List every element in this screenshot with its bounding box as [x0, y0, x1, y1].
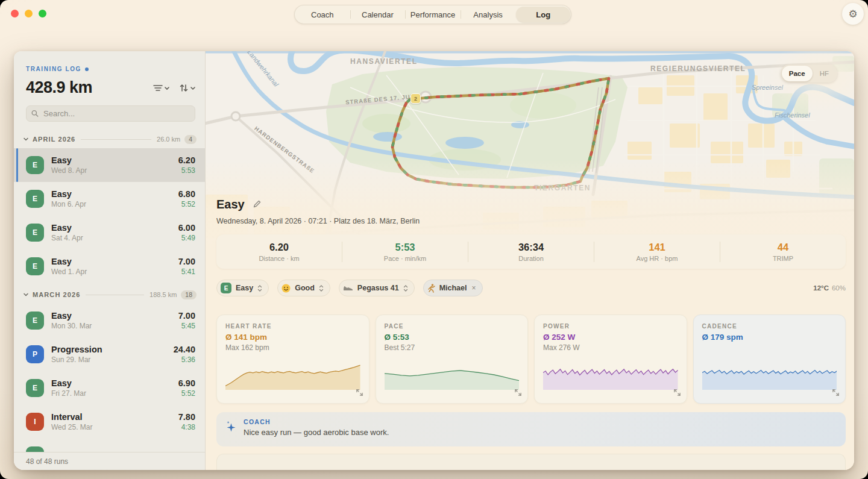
- run-item-date: Wed 25. Mar: [51, 423, 171, 431]
- run-item-title: Easy: [51, 223, 171, 233]
- run-list-item[interactable]: EEasyFri 27. Mar6.905:52: [14, 371, 205, 405]
- smiley-icon: [281, 284, 291, 293]
- card-sub-value: Best 5:27: [385, 343, 520, 352]
- coach-label: COACH: [244, 418, 389, 425]
- stat-label: TRIMP: [773, 255, 793, 262]
- run-item-date: Fri 27. Mar: [51, 389, 171, 398]
- tag-label: Easy: [236, 284, 253, 292]
- expand-icon: [515, 389, 521, 396]
- search-input[interactable]: [42, 108, 190, 119]
- run-list: APRIL 202626.0 km4EEasyWed 8. Apr6.205:5…: [14, 128, 205, 470]
- run-list-item[interactable]: PProgressionSun 29. Mar24.405:36: [14, 337, 205, 371]
- run-type-badge: E: [26, 379, 44, 397]
- sidebar-title: TRAINING LOG: [26, 66, 81, 72]
- map-toggle-hf[interactable]: HF: [813, 66, 836, 81]
- stat-cell: 44TRIMP: [720, 242, 846, 262]
- stat-value: 36:34: [518, 242, 544, 253]
- map-label: HANSAVIERTEL: [350, 57, 418, 66]
- stat-value: 6.20: [269, 242, 289, 253]
- run-item-date: Wed 8. Apr: [51, 166, 171, 175]
- edit-title-button[interactable]: [253, 199, 261, 210]
- humidity: 60%: [832, 284, 846, 292]
- close-window-icon[interactable]: [11, 10, 19, 17]
- sort-button[interactable]: [179, 84, 195, 92]
- stat-cell: 141Avg HR · bpm: [594, 242, 720, 262]
- status-dot-icon: [85, 67, 89, 71]
- tab-analysis[interactable]: Analysis: [461, 7, 515, 22]
- tag-michael[interactable]: Michael×: [423, 280, 483, 296]
- km-marker-number: 2: [414, 96, 417, 102]
- run-item-date: Sat 4. Apr: [51, 234, 171, 242]
- expand-chart-button[interactable]: [515, 387, 521, 398]
- tag-good[interactable]: Good: [277, 280, 330, 296]
- metric-card-pace: PACEØ 5:53Best 5:27: [376, 315, 529, 404]
- tab-performance[interactable]: Performance: [406, 7, 460, 22]
- expand-chart-button[interactable]: [674, 387, 681, 398]
- run-list-item[interactable]: EEasyWed 1. Apr7.005:41: [14, 249, 205, 283]
- map-toggle-pace[interactable]: Pace: [782, 66, 813, 81]
- tag-pegasus-41[interactable]: Pegasus 41: [339, 280, 415, 296]
- stat-label: Avg HR · bpm: [637, 255, 678, 262]
- search-icon: [31, 110, 39, 117]
- run-item-pace: 4:38: [181, 423, 195, 431]
- month-label: APRIL 2026: [33, 136, 75, 143]
- run-list-item[interactable]: IIntervalWed 25. Mar7.804:38: [14, 405, 205, 439]
- screen: CoachCalendarPerformanceAnalysisLog ⚙ TR…: [0, 0, 868, 479]
- stat-value: 44: [778, 242, 788, 253]
- expand-chart-button[interactable]: [832, 387, 839, 398]
- gear-icon: ⚙: [848, 8, 857, 20]
- run-list-item[interactable]: EEasySat 4. Apr6.005:49: [14, 216, 205, 249]
- coach-text: Nice easy run — good aerobic base work.: [244, 428, 389, 437]
- app-window: TRAINING LOG 428.9 km: [14, 51, 854, 470]
- map-metric-toggle: Pace HF: [781, 64, 837, 83]
- search-field[interactable]: [26, 105, 195, 122]
- map-label: TIERGARTEN: [534, 184, 591, 192]
- run-subtitle: Wednesday, 8. April 2026 · 07:21 · Platz…: [216, 217, 846, 225]
- filter-button[interactable]: [153, 84, 169, 92]
- month-distance: 188.5 km: [149, 291, 177, 298]
- divider: [81, 139, 151, 140]
- chevron-down-icon: [24, 292, 28, 297]
- run-item-pace: 5:52: [181, 200, 195, 208]
- run-item-date: Sun 29. Mar: [51, 355, 166, 364]
- run-list-item[interactable]: EEasyMon 6. Apr6.805:52: [14, 182, 205, 216]
- run-count-text: 48 of 48 runs: [26, 457, 68, 466]
- month-section-header[interactable]: MARCH 2026188.5 km18: [14, 286, 205, 304]
- run-item-pace: 5:53: [181, 166, 195, 175]
- remove-tag-icon[interactable]: ×: [472, 284, 476, 292]
- temperature: 12°C: [813, 284, 829, 292]
- stat-value: 141: [649, 242, 665, 253]
- run-list-item[interactable]: EEasyMon 30. Mar7.005:45: [14, 304, 205, 337]
- run-item-title: Easy: [51, 378, 171, 388]
- minimize-window-icon[interactable]: [25, 10, 33, 17]
- month-section-header[interactable]: APRIL 202626.0 km4: [14, 130, 205, 148]
- main-nav-tabs: CoachCalendarPerformanceAnalysisLog: [294, 5, 571, 24]
- pencil-icon: [253, 200, 261, 208]
- tab-log[interactable]: Log: [516, 7, 570, 22]
- run-item-pace: 5:49: [181, 234, 195, 242]
- coach-card: COACH Nice easy run — good aerobic base …: [216, 412, 846, 446]
- tag-label: Good: [295, 284, 315, 292]
- run-type-badge: E: [26, 224, 44, 242]
- chevron-down-icon: [24, 137, 28, 142]
- month-distance: 26.0 km: [157, 136, 180, 143]
- tags-row: EEasyGoodPegasus 41Michael×12°C60%: [216, 280, 846, 296]
- sidebar: TRAINING LOG 428.9 km: [14, 51, 206, 470]
- run-item-distance: 6.00: [178, 223, 195, 233]
- tab-coach[interactable]: Coach: [295, 7, 350, 22]
- easy-type-badge-icon: E: [221, 283, 231, 293]
- expand-icon: [356, 389, 363, 396]
- sparkline-chart: [225, 358, 360, 390]
- zoom-window-icon[interactable]: [39, 10, 46, 17]
- run-item-date: Mon 6. Apr: [51, 200, 171, 208]
- run-list-item[interactable]: EEasyWed 8. Apr6.205:53: [14, 148, 205, 182]
- tag-easy[interactable]: EEasy: [216, 280, 269, 296]
- run-detail-pane: HANSAVIERTELREGIERUNGSVIERTELTIERGARTENS…: [206, 51, 854, 470]
- tab-calendar[interactable]: Calendar: [351, 7, 405, 22]
- card-avg-value: Ø 5:53: [385, 333, 520, 342]
- settings-button[interactable]: ⚙: [842, 3, 864, 25]
- sparkline-chart: [702, 358, 837, 390]
- month-count-badge: 4: [184, 135, 197, 144]
- expand-chart-button[interactable]: [356, 387, 363, 398]
- month-count-badge: 18: [181, 290, 197, 299]
